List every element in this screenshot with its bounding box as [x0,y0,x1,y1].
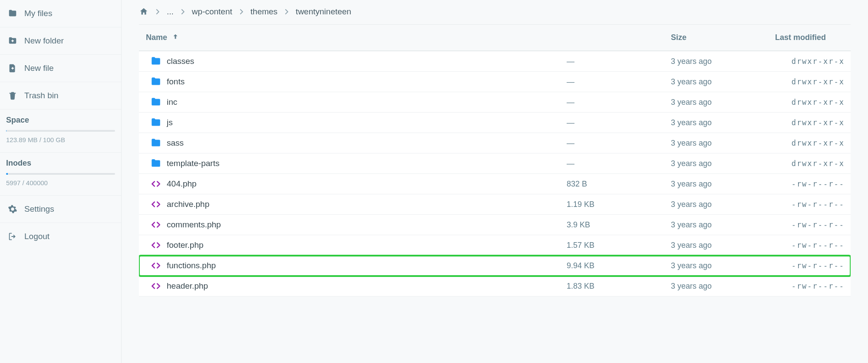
file-plus-icon [8,63,17,73]
sidebar-item-settings[interactable]: Settings [0,196,121,223]
file-size: — [567,57,671,66]
sidebar-item-label: Logout [24,232,50,241]
file-permissions: drwxr-xr-x [775,57,845,66]
file-modified: 3 years ago [671,261,775,270]
file-permissions: drwxr-xr-x [775,98,845,107]
file-size: — [567,98,671,107]
file-name: 404.php [167,179,567,189]
table-row[interactable]: classes—3 years agodrwxr-xr-x [139,51,851,72]
space-text: 123.89 MB / 100 GB [6,136,115,143]
file-name: template-parts [167,159,567,168]
sidebar-item-my-files[interactable]: My files [0,0,121,27]
code-icon [145,199,167,210]
file-modified: 3 years ago [671,77,775,87]
table-row[interactable]: header.php1.83 KB3 years ago-rw-r--r-- [139,276,851,296]
file-permissions: -rw-r--r-- [775,241,845,250]
sidebar: My files New folder New file Trash bin S… [0,0,122,363]
sidebar-item-new-file[interactable]: New file [0,55,121,82]
file-list: classes—3 years agodrwxr-xr-xfonts—3 yea… [139,51,851,296]
sidebar-item-label: Trash bin [24,91,59,100]
file-size: — [567,139,671,148]
table-row[interactable]: js—3 years agodrwxr-xr-x [139,113,851,133]
file-modified: 3 years ago [671,57,775,66]
table-row[interactable]: comments.php3.9 KB3 years ago-rw-r--r-- [139,215,851,235]
file-size: — [567,77,671,87]
sidebar-item-label: New folder [24,36,64,46]
code-icon [145,240,167,251]
gear-icon [8,204,17,214]
chevron-right-icon [237,7,246,17]
column-name[interactable]: Name [145,33,567,43]
breadcrumb-ellipsis[interactable]: ... [167,7,174,17]
file-name: js [167,118,567,127]
table-row[interactable]: inc—3 years agodrwxr-xr-x [139,92,851,113]
file-permissions: -rw-r--r-- [775,261,845,270]
file-permissions: -rw-r--r-- [775,282,845,290]
file-modified: 3 years ago [671,98,775,107]
file-permissions: drwxr-xr-x [775,159,845,168]
file-modified: 3 years ago [671,241,775,250]
table-row[interactable]: sass—3 years agodrwxr-xr-x [139,133,851,153]
code-icon [145,260,167,271]
breadcrumb: ... wp-content themes twentynineteen [139,0,851,24]
sidebar-item-new-folder[interactable]: New folder [0,27,121,55]
file-name: sass [167,138,567,148]
column-modified[interactable]: Last modified [775,33,845,42]
file-name: fonts [167,77,567,87]
file-modified: 3 years ago [671,220,775,230]
file-size: 3.9 KB [567,220,671,230]
space-progress [6,130,115,132]
table-row[interactable]: template-parts—3 years agodrwxr-xr-x [139,153,851,174]
file-permissions: -rw-r--r-- [775,220,845,229]
main: ... wp-content themes twentynineteen Nam… [122,0,868,363]
table-row[interactable]: functions.php9.94 KB3 years ago-rw-r--r-… [139,256,851,276]
table-row[interactable]: 404.php832 B3 years ago-rw-r--r-- [139,174,851,194]
file-name: functions.php [167,261,241,270]
sidebar-item-trash-bin[interactable]: Trash bin [0,82,121,110]
folder-icon [145,137,167,149]
file-size: 1.19 KB [567,200,671,209]
folder-icon [145,56,167,67]
breadcrumb-item[interactable]: wp-content [192,7,232,17]
file-modified: 3 years ago [671,139,775,148]
column-name-label: Name [146,33,167,42]
sidebar-item-label: My files [24,9,52,18]
file-permissions: -rw-r--r-- [775,200,845,209]
code-icon [145,178,167,190]
file-size: 1.83 KB [567,282,671,291]
file-name: inc [167,97,567,107]
sidebar-item-logout[interactable]: Logout [0,223,121,250]
table-row[interactable]: archive.php1.19 KB3 years ago-rw-r--r-- [139,194,851,215]
table-header: Name Size Last modified [139,24,851,51]
chevron-right-icon [178,7,188,17]
folder-icon [145,117,167,128]
file-name: archive.php [167,200,567,209]
file-permissions: -rw-r--r-- [775,180,845,188]
logout-icon [8,232,17,241]
column-size[interactable]: Size [671,33,775,42]
code-icon [145,219,167,230]
file-modified: 3 years ago [671,180,775,189]
folder-icon [145,158,167,169]
inodes-meter: Inodes 5997 / 400000 [0,153,121,196]
folder-icon [145,76,167,87]
file-modified: 3 years ago [671,118,775,127]
file-permissions: drwxr-xr-x [775,77,845,86]
table-row[interactable]: fonts—3 years agodrwxr-xr-x [139,72,851,92]
sort-asc-icon [172,33,179,43]
chevron-right-icon [153,7,162,17]
trash-icon [8,91,17,100]
breadcrumb-item[interactable]: themes [251,7,277,17]
file-size: 1.57 KB [567,241,671,250]
file-name: header.php [167,281,567,291]
file-permissions: drwxr-xr-x [775,139,845,147]
folder-plus-icon [8,36,17,46]
file-name: footer.php [167,240,567,250]
table-row[interactable]: footer.php1.57 KB3 years ago-rw-r--r-- [139,235,851,256]
breadcrumb-item[interactable]: twentynineteen [296,7,351,17]
home-icon[interactable] [139,7,149,17]
inodes-text: 5997 / 400000 [6,179,115,186]
chevron-right-icon [282,7,291,17]
sidebar-item-label: Settings [24,204,54,214]
space-meter: Space 123.89 MB / 100 GB [0,110,121,153]
